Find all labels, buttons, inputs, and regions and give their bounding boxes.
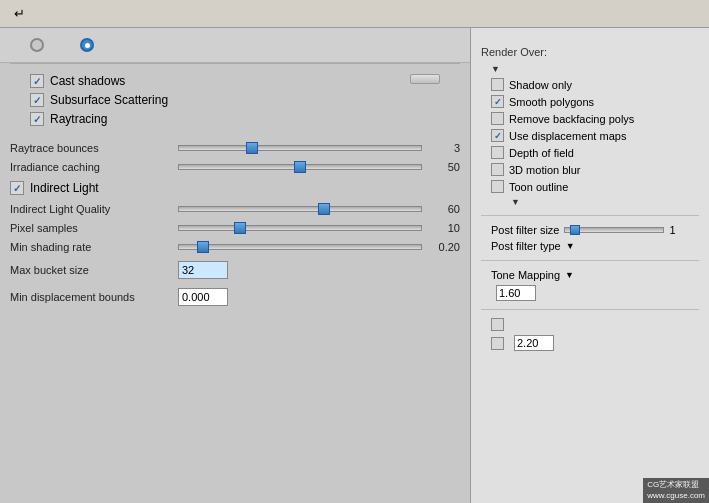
min-shading-rate-label: Min shading rate: [10, 241, 170, 253]
irradiance-caching-row: Irradiance caching 50: [10, 159, 460, 175]
watermark-line1: CG艺术家联盟: [647, 480, 705, 490]
indirect-light-quality-label: Indirect Light Quality: [10, 203, 170, 215]
min-displacement-bounds-label: Min displacement bounds: [10, 291, 170, 303]
indirect-light-quality-value: 60: [430, 203, 460, 215]
remove-backfacing-checkbox[interactable]: [491, 112, 504, 125]
pixel-samples-label: Pixel samples: [10, 222, 170, 234]
post-filter-type-label: Post filter type: [491, 240, 561, 252]
cast-shadows-label: Cast shadows: [50, 74, 125, 88]
dropdown-arrow-icon: ▼: [491, 64, 500, 74]
indirect-light-quality-row: Indirect Light Quality 60: [10, 201, 460, 217]
render-over-label: Render Over:: [481, 46, 699, 58]
min-displacement-bounds-input[interactable]: [178, 288, 228, 306]
remove-backfacing-label: Remove backfacing polys: [509, 113, 634, 125]
top-bar: ↵: [0, 0, 709, 28]
depth-of-field-checkbox[interactable]: [491, 146, 504, 159]
raytracing-checkbox[interactable]: [30, 112, 44, 126]
use-displacement-maps-label: Use displacement maps: [509, 130, 626, 142]
gamma-correction-input[interactable]: [514, 335, 554, 351]
smooth-polygons-checkbox[interactable]: [491, 95, 504, 108]
depth-of-field-label: Depth of field: [509, 147, 574, 159]
irradiance-caching-value: 50: [430, 161, 460, 173]
cast-shadows-checkbox[interactable]: [30, 74, 44, 88]
indirect-light-label: Indirect Light: [30, 181, 99, 195]
auto-settings-radio[interactable]: [30, 38, 44, 52]
indirect-light-row[interactable]: Indirect Light: [10, 178, 460, 198]
raytrace-bounces-value: 3: [430, 142, 460, 154]
irradiance-caching-slider[interactable]: [178, 164, 422, 170]
watermark-line2: www.cguse.com: [647, 491, 705, 501]
indirect-light-quality-slider[interactable]: [178, 206, 422, 212]
left-panel: Cast shadows Subsurface Scattering Raytr…: [0, 28, 470, 503]
subsurface-scattering-label: Subsurface Scattering: [50, 93, 168, 107]
medium-pen-arrow-icon: ▼: [511, 197, 520, 207]
post-filter-size-value: 1: [669, 224, 675, 236]
raytrace-bounces-row: Raytrace bounces 3: [10, 140, 460, 156]
toon-outline-label: Toon outline: [509, 181, 568, 193]
settings-mode-row: [0, 28, 470, 63]
sliders-section: Raytrace bounces 3 Irradiance caching 50: [0, 136, 470, 313]
right-panel: Render Over: ▼ Shadow only Smooth polygo…: [470, 28, 709, 503]
checkboxes-section: Cast shadows Subsurface Scattering Raytr…: [0, 64, 470, 136]
watermark: CG艺术家联盟 www.cguse.com: [643, 478, 709, 503]
toon-outline-row[interactable]: Toon outline: [481, 178, 699, 195]
pixel-samples-slider[interactable]: [178, 225, 422, 231]
section-divider-1: [481, 215, 699, 216]
raytrace-bounces-label: Raytrace bounces: [10, 142, 170, 154]
3d-motion-blur-checkbox[interactable]: [491, 163, 504, 176]
indirect-light-checkbox[interactable]: [10, 181, 24, 195]
min-shading-rate-row: Min shading rate 0.20: [10, 239, 460, 255]
auxiliary-render-row: [481, 353, 699, 357]
irradiance-caching-label: Irradiance caching: [10, 161, 170, 173]
raytracing-label: Raytracing: [50, 112, 107, 126]
medium-pen-row[interactable]: ▼: [481, 195, 699, 209]
subsurface-scattering-checkbox[interactable]: [30, 93, 44, 107]
hdri-output-checkbox[interactable]: [491, 318, 504, 331]
gamma-correction-checkbox[interactable]: [491, 337, 504, 350]
post-filter-size-row: Post filter size 1: [481, 222, 699, 238]
min-shading-rate-slider[interactable]: [178, 244, 422, 250]
raytracing-row[interactable]: Raytracing: [30, 112, 168, 126]
post-filter-size-label: Post filter size: [491, 224, 559, 236]
use-displacement-maps-checkbox[interactable]: [491, 129, 504, 142]
current-bg-shader-row[interactable]: ▼: [481, 62, 699, 76]
depth-of-field-row[interactable]: Depth of field: [481, 144, 699, 161]
acquire-from-auto-button[interactable]: [410, 74, 440, 84]
manual-settings-option[interactable]: [80, 38, 100, 52]
3d-motion-blur-label: 3D motion blur: [509, 164, 581, 176]
auto-settings-option[interactable]: [30, 38, 50, 52]
smooth-polygons-label: Smooth polygons: [509, 96, 594, 108]
min-shading-rate-value: 0.20: [430, 241, 460, 253]
section-divider-2: [481, 260, 699, 261]
exposure-row: [481, 283, 699, 303]
post-filter-size-slider[interactable]: [564, 227, 664, 233]
section-divider-3: [481, 309, 699, 310]
raytrace-bounces-slider[interactable]: [178, 145, 422, 151]
post-filter-type-row: Post filter type ▼: [481, 238, 699, 254]
max-bucket-size-row: Max bucket size: [10, 258, 460, 282]
shadow-only-checkbox[interactable]: [491, 78, 504, 91]
post-filter-type-arrow-icon: ▼: [566, 241, 575, 251]
pixel-samples-value: 10: [430, 222, 460, 234]
tone-mapping-row: Tone Mapping ▼: [481, 267, 699, 283]
hdri-output-row[interactable]: [481, 316, 699, 333]
max-bucket-size-label: Max bucket size: [10, 264, 170, 276]
shadow-only-label: Shadow only: [509, 79, 572, 91]
exposure-input[interactable]: [496, 285, 536, 301]
subsurface-scattering-row[interactable]: Subsurface Scattering: [30, 93, 168, 107]
min-displacement-bounds-row: Min displacement bounds: [10, 285, 460, 309]
use-displacement-maps-row[interactable]: Use displacement maps: [481, 127, 699, 144]
max-bucket-size-input[interactable]: [178, 261, 228, 279]
cast-shadows-row[interactable]: Cast shadows: [30, 74, 168, 88]
gamma-correction-row[interactable]: [481, 333, 699, 353]
smooth-polygons-row[interactable]: Smooth polygons: [481, 93, 699, 110]
manual-settings-radio[interactable]: [80, 38, 94, 52]
pixel-samples-row: Pixel samples 10: [10, 220, 460, 236]
enter-arrow: ↵: [14, 6, 25, 21]
shadow-only-row[interactable]: Shadow only: [481, 76, 699, 93]
3d-motion-blur-row[interactable]: 3D motion blur: [481, 161, 699, 178]
tone-mapping-label: Tone Mapping: [491, 269, 560, 281]
toon-outline-checkbox[interactable]: [491, 180, 504, 193]
tone-mapping-arrow-icon: ▼: [565, 270, 574, 280]
remove-backfacing-row[interactable]: Remove backfacing polys: [481, 110, 699, 127]
